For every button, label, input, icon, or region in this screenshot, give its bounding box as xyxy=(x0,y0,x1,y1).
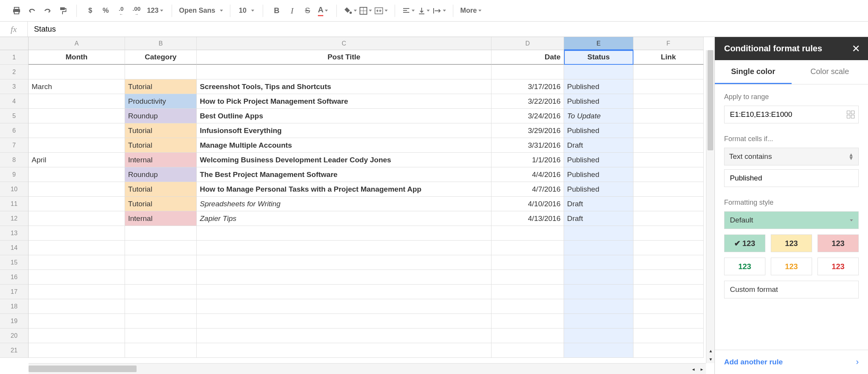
row-header[interactable]: 14 xyxy=(0,241,29,255)
cell[interactable]: April xyxy=(29,153,125,167)
cell[interactable]: Tutorial xyxy=(125,79,197,94)
cell[interactable] xyxy=(125,285,197,299)
cell[interactable] xyxy=(29,211,125,226)
style-select[interactable]: Default xyxy=(724,211,859,229)
cell[interactable] xyxy=(633,123,704,138)
cell[interactable]: Roundup xyxy=(125,109,197,123)
cell[interactable]: Tutorial xyxy=(125,123,197,138)
cell[interactable]: Category xyxy=(125,50,197,65)
row-header[interactable]: 11 xyxy=(0,197,29,211)
cell[interactable]: Tutorial xyxy=(125,182,197,197)
cell[interactable] xyxy=(491,299,564,314)
cell[interactable]: Published xyxy=(564,79,633,94)
text-wrap-button[interactable] xyxy=(432,3,447,18)
cell[interactable] xyxy=(633,314,704,329)
cell[interactable] xyxy=(491,314,564,329)
horizontal-scroll-thumb[interactable] xyxy=(29,366,137,372)
cell[interactable] xyxy=(633,65,704,79)
cell[interactable]: 3/24/2016 xyxy=(491,109,564,123)
cell[interactable] xyxy=(633,153,704,167)
row-header[interactable]: 1 xyxy=(0,50,29,65)
cell[interactable]: Internal xyxy=(125,211,197,226)
row-header[interactable]: 10 xyxy=(0,182,29,197)
cell[interactable] xyxy=(29,167,125,182)
format-currency-button[interactable]: $ xyxy=(83,3,98,18)
borders-button[interactable] xyxy=(358,3,373,18)
cell[interactable] xyxy=(197,314,491,329)
cell[interactable]: 3/22/2016 xyxy=(491,94,564,109)
cell[interactable] xyxy=(564,343,633,358)
merge-cells-button[interactable] xyxy=(374,3,388,18)
style-preset-yellow-fill[interactable]: 123 xyxy=(771,234,812,252)
row-header[interactable]: 2 xyxy=(0,65,29,79)
row-header[interactable]: 6 xyxy=(0,123,29,138)
cell[interactable] xyxy=(125,65,197,79)
row-header[interactable]: 15 xyxy=(0,255,29,270)
cell[interactable]: Published xyxy=(564,153,633,167)
cell[interactable] xyxy=(633,182,704,197)
scroll-up-icon[interactable]: ▴ xyxy=(706,346,714,355)
cell[interactable]: Spreadsheets for Writing xyxy=(197,197,491,211)
font-family-select[interactable]: Open Sans xyxy=(174,7,228,15)
style-preset-red-text[interactable]: 123 xyxy=(817,258,859,275)
row-header[interactable]: 9 xyxy=(0,167,29,182)
undo-button[interactable] xyxy=(25,3,39,18)
cell[interactable] xyxy=(29,314,125,329)
cell[interactable] xyxy=(633,299,704,314)
select-all-corner[interactable] xyxy=(0,37,29,50)
cell[interactable] xyxy=(197,226,491,241)
tab-single-color[interactable]: Single color xyxy=(715,60,792,84)
cell[interactable] xyxy=(633,285,704,299)
cell[interactable]: Tutorial xyxy=(125,197,197,211)
condition-select[interactable]: Text contains ▲▼ xyxy=(724,148,859,165)
column-header-B[interactable]: B xyxy=(125,37,197,50)
scroll-right-icon[interactable]: ▸ xyxy=(697,364,706,374)
cell[interactable] xyxy=(633,255,704,270)
cell[interactable] xyxy=(633,138,704,153)
custom-format-button[interactable]: Custom format xyxy=(724,281,859,298)
row-header[interactable]: 8 xyxy=(0,153,29,167)
style-preset-green-fill[interactable]: ✔123 xyxy=(724,234,765,252)
cell[interactable] xyxy=(29,197,125,211)
cell[interactable]: Manage Multiple Accounts xyxy=(197,138,491,153)
cell[interactable] xyxy=(491,343,564,358)
cell[interactable]: Draft xyxy=(564,211,633,226)
cell[interactable]: Published xyxy=(564,123,633,138)
cell[interactable]: Productivity xyxy=(125,94,197,109)
cell[interactable] xyxy=(197,343,491,358)
cell[interactable] xyxy=(29,226,125,241)
column-header-C[interactable]: C xyxy=(197,37,491,50)
cell[interactable]: Published xyxy=(564,182,633,197)
cell[interactable]: 4/13/2016 xyxy=(491,211,564,226)
cell[interactable] xyxy=(29,343,125,358)
cell[interactable] xyxy=(197,241,491,255)
cell[interactable]: Draft xyxy=(564,197,633,211)
print-button[interactable] xyxy=(9,3,24,18)
cell[interactable] xyxy=(564,299,633,314)
cell[interactable]: To Update xyxy=(564,109,633,123)
cell[interactable] xyxy=(564,314,633,329)
cell[interactable]: 4/7/2016 xyxy=(491,182,564,197)
cell[interactable]: Tutorial xyxy=(125,138,197,153)
cell[interactable] xyxy=(125,299,197,314)
cell[interactable] xyxy=(29,299,125,314)
bold-button[interactable]: B xyxy=(269,3,284,18)
cell[interactable] xyxy=(633,241,704,255)
cell[interactable] xyxy=(633,343,704,358)
cell[interactable] xyxy=(633,109,704,123)
cell[interactable]: March xyxy=(29,79,125,94)
cell[interactable] xyxy=(29,329,125,343)
italic-button[interactable]: I xyxy=(285,3,299,18)
cell[interactable] xyxy=(29,182,125,197)
cell[interactable]: Date xyxy=(491,50,564,65)
cell[interactable]: Internal xyxy=(125,153,197,167)
add-rule-link[interactable]: Add another rule xyxy=(724,358,783,366)
cell[interactable] xyxy=(564,241,633,255)
cell[interactable] xyxy=(29,285,125,299)
cell[interactable] xyxy=(125,270,197,285)
cell[interactable] xyxy=(29,270,125,285)
column-header-D[interactable]: D xyxy=(491,37,564,50)
condition-value-input[interactable] xyxy=(724,169,859,187)
column-header-F[interactable]: F xyxy=(633,37,704,50)
cell[interactable]: Draft xyxy=(564,138,633,153)
